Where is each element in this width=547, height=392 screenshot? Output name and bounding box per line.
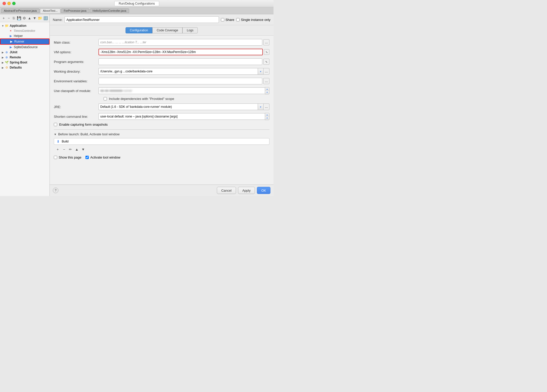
move-down-button[interactable]: ▼ bbox=[32, 15, 37, 21]
expand-icon[interactable]: ▶ bbox=[1, 66, 5, 69]
sidebar-item-remote[interactable]: ▶ ⊕ Remote bbox=[0, 55, 49, 60]
jre-dropdown-button[interactable]: ▾ bbox=[258, 103, 263, 110]
copy-button[interactable]: ⎘ bbox=[12, 15, 16, 21]
expand-icon[interactable]: ▶ bbox=[1, 61, 5, 64]
settings-button[interactable]: ⚙ bbox=[22, 15, 27, 21]
single-instance-group: Single instance only bbox=[236, 18, 270, 22]
sidebar-item-spring-boot[interactable]: ▶ 🌱 Spring Boot bbox=[0, 60, 49, 65]
sidebar-item-junit[interactable]: ▶ ⊕ JUnit bbox=[0, 50, 49, 55]
content-area: Name: Share Single instance only Configu… bbox=[50, 14, 274, 196]
apply-button[interactable]: Apply bbox=[238, 187, 255, 194]
maximize-button[interactable] bbox=[12, 2, 16, 5]
show-page-checkbox[interactable] bbox=[54, 156, 57, 159]
include-deps-label: Include dependencies with "Provided" sco… bbox=[109, 97, 174, 101]
ok-button[interactable]: OK bbox=[257, 187, 270, 194]
spring-icon: 🌱 bbox=[5, 60, 9, 64]
classpath-down-button[interactable]: ▼ bbox=[265, 91, 269, 94]
snapshots-label: Enable capturing form snapshots bbox=[59, 123, 108, 126]
classpath-up-button[interactable]: ▲ bbox=[265, 87, 269, 91]
editor-tab-1[interactable]: AbstractFerProcessor.java bbox=[1, 8, 40, 13]
env-vars-control: … bbox=[98, 78, 269, 84]
build-item: ⬇ Build bbox=[54, 138, 269, 145]
shorten-up-button[interactable]: ▲ bbox=[265, 113, 269, 116]
working-dir-dropdown-button[interactable]: ▾ bbox=[258, 68, 263, 75]
close-button[interactable] bbox=[3, 2, 6, 5]
sidebar-item-application[interactable]: ▼ 📁 Application bbox=[0, 23, 49, 28]
cancel-button[interactable]: Cancel bbox=[217, 187, 236, 194]
build-add-button[interactable]: + bbox=[55, 147, 60, 152]
tab-configuration[interactable]: Configuration bbox=[126, 27, 152, 33]
add-button[interactable]: + bbox=[2, 15, 6, 21]
program-args-input[interactable] bbox=[98, 58, 262, 65]
save-button[interactable]: 💾 bbox=[17, 15, 21, 21]
jre-browse-button[interactable]: … bbox=[263, 103, 269, 110]
expand-icon[interactable]: ▶ bbox=[1, 50, 5, 54]
main-class-control: … bbox=[98, 39, 269, 46]
sidebar-item-helper[interactable]: ▶ Helper bbox=[0, 33, 49, 38]
snapshots-checkbox[interactable] bbox=[54, 123, 57, 126]
working-dir-browse-button[interactable]: … bbox=[263, 68, 269, 75]
expand-icon[interactable]: ▶ bbox=[1, 56, 5, 59]
editor-tab-4[interactable]: HelloSystemController.java bbox=[90, 8, 129, 13]
footer: ? Cancel Apply OK bbox=[50, 185, 274, 196]
env-vars-input[interactable] bbox=[98, 78, 262, 84]
editor-tab-3[interactable]: FerProcessor.java bbox=[61, 8, 89, 13]
build-label: Build bbox=[62, 140, 69, 143]
tab-logs[interactable]: Logs bbox=[182, 27, 198, 33]
single-instance-label: Single instance only bbox=[241, 18, 270, 22]
folder-button[interactable]: 📁 bbox=[38, 15, 42, 21]
shorten-cmd-control: ▲ ▼ bbox=[98, 113, 269, 120]
move-up-button[interactable]: ▲ bbox=[27, 15, 32, 21]
classpath-stepper: ▲ ▼ bbox=[265, 87, 269, 94]
expand-icon[interactable]: ▼ bbox=[1, 24, 5, 28]
form-area: Main class: … VM options: ⤡ Program argu… bbox=[50, 36, 274, 185]
include-deps-checkbox[interactable] bbox=[104, 97, 107, 100]
sidebar-item-label: Helper bbox=[14, 34, 23, 38]
build-edit-button[interactable]: ✏ bbox=[68, 147, 73, 152]
jre-input[interactable] bbox=[98, 103, 258, 110]
before-launch-section: ▼ Before launch: Build, Activate tool wi… bbox=[54, 129, 269, 153]
shorten-down-button[interactable]: ▼ bbox=[265, 116, 269, 120]
app-icon: ✕ bbox=[9, 29, 13, 33]
sidebar-item-label: JUnit bbox=[10, 50, 17, 54]
env-vars-browse-button[interactable]: … bbox=[263, 78, 269, 84]
vm-options-label: VM options: bbox=[54, 50, 98, 54]
build-remove-button[interactable]: − bbox=[61, 147, 67, 152]
footer-buttons: Cancel Apply OK bbox=[217, 187, 270, 194]
build-down-button[interactable]: ▼ bbox=[80, 147, 86, 152]
tab-code-coverage[interactable]: Code Coverage bbox=[152, 27, 182, 33]
classpath-select[interactable]: ■■ ■■ ■■■■■■■-runner bbox=[98, 87, 265, 94]
sort-button[interactable]: 🔢 bbox=[43, 15, 48, 21]
program-args-expand-button[interactable]: ⤡ bbox=[263, 59, 269, 65]
working-dir-row: Working directory: ▾ … bbox=[54, 68, 269, 75]
remote-icon: ⊕ bbox=[5, 55, 9, 59]
sidebar-item-defaults[interactable]: ▶ ⚙ Defaults bbox=[0, 65, 49, 70]
sidebar-item-datasource[interactable]: ▶ SqliteDataSource bbox=[0, 45, 49, 50]
spacer bbox=[6, 40, 9, 43]
build-up-button[interactable]: ▲ bbox=[74, 147, 80, 152]
before-launch-header[interactable]: ▼ Before launch: Build, Activate tool wi… bbox=[54, 132, 269, 136]
working-dir-input[interactable] bbox=[98, 68, 258, 75]
sidebar-item-label: SqliteDataSource bbox=[14, 45, 38, 49]
config-tab-strip: Configuration Code Coverage Logs bbox=[50, 25, 274, 36]
main-class-input[interactable] bbox=[98, 39, 262, 46]
sidebar-item-runner[interactable]: ▶ Runner bbox=[0, 38, 49, 45]
main-class-browse-button[interactable]: … bbox=[263, 39, 269, 45]
share-label: Share bbox=[226, 18, 234, 22]
editor-tab-2[interactable]: AbootTest... bbox=[40, 8, 60, 13]
sidebar-item-times-controller[interactable]: ✕ TimesController bbox=[0, 28, 49, 33]
help-button[interactable]: ? bbox=[53, 188, 58, 193]
activate-window-checkbox[interactable] bbox=[85, 156, 89, 159]
build-icon: ⬇ bbox=[56, 139, 60, 143]
vm-options-expand-button[interactable]: ⤡ bbox=[264, 49, 269, 55]
share-checkbox[interactable] bbox=[221, 18, 224, 21]
shorten-stepper: ▲ ▼ bbox=[265, 113, 269, 120]
name-input[interactable] bbox=[65, 16, 219, 23]
sidebar-toolbar: + − ⎘ 💾 ⚙ ▲ ▼ 📁 🔢 bbox=[0, 14, 49, 22]
remove-button[interactable]: − bbox=[7, 15, 11, 21]
vm-options-input[interactable] bbox=[98, 49, 263, 55]
snapshots-row: Enable capturing form snapshots bbox=[54, 123, 269, 126]
single-instance-checkbox[interactable] bbox=[236, 18, 240, 21]
shorten-cmd-input[interactable] bbox=[98, 113, 265, 120]
minimize-button[interactable] bbox=[7, 2, 11, 5]
